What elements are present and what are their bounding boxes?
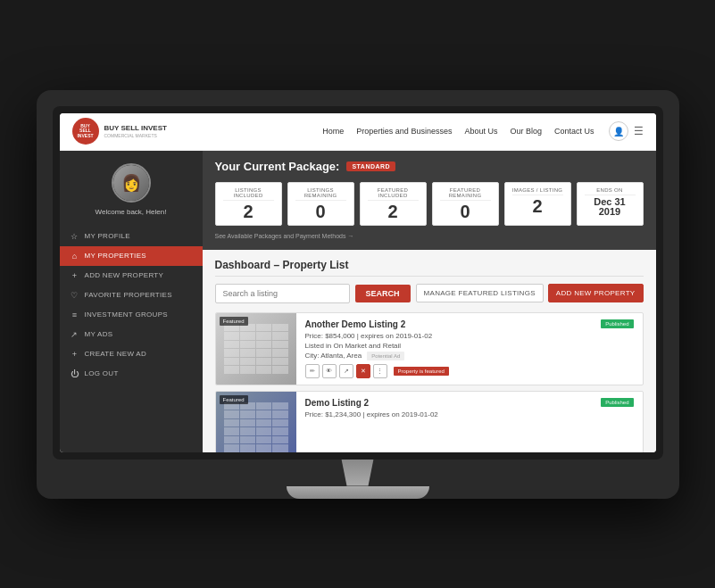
featured-badge-2: Featured bbox=[220, 395, 248, 404]
stat-value-0: 2 bbox=[223, 203, 274, 220]
stat-label-1: LISTINGS REMAINING bbox=[295, 187, 346, 201]
stand-base bbox=[287, 486, 429, 499]
action-buttons: MANAGE FEATURED LISTINGS ADD NEW PROPERT… bbox=[416, 284, 644, 302]
top-nav: BUY SELL INVEST BUY SELL INVEST COMMERCI… bbox=[60, 113, 656, 151]
stat-images: IMAGES / LISTING 2 bbox=[504, 182, 571, 226]
delete-icon-1[interactable]: ✕ bbox=[356, 364, 370, 378]
sidebar-label-profile: My Profile bbox=[85, 232, 130, 240]
stat-value-3: 0 bbox=[440, 203, 491, 220]
manage-featured-button[interactable]: MANAGE FEATURED LISTINGS bbox=[416, 284, 544, 302]
building-pattern-2 bbox=[224, 402, 288, 452]
sidebar-item-logout[interactable]: ⏻ Log Out bbox=[60, 364, 203, 384]
dashboard-section: Dashboard – Property List SEARCH MANAGE … bbox=[203, 250, 656, 452]
logo-icon: BUY SELL INVEST bbox=[72, 118, 99, 145]
stat-label-3: FEATURED REMAINING bbox=[440, 187, 491, 201]
nav-contact[interactable]: Contact Us bbox=[554, 127, 594, 136]
sidebar-item-favorites[interactable]: ♡ Favorite Properties bbox=[60, 286, 203, 305]
stat-value-4: 2 bbox=[512, 197, 563, 215]
stat-label-4: IMAGES / LISTING bbox=[512, 187, 563, 195]
stat-label-0: LISTINGS INCLUDED bbox=[223, 187, 274, 201]
nav-home[interactable]: Home bbox=[322, 127, 344, 136]
stat-value-1: 0 bbox=[295, 203, 346, 220]
property-actions-1: ✏ 👁 ↗ ✕ ⋮ Property is featured bbox=[305, 364, 634, 378]
property-card-2: Featured Demo Listing 2 Published Price:… bbox=[215, 391, 644, 452]
add-property-icon: + bbox=[71, 271, 79, 280]
investment-icon: ≡ bbox=[71, 311, 79, 319]
nav-blog[interactable]: Our Blog bbox=[510, 127, 542, 136]
package-section: Your Current Package: STANDARD LISTINGS … bbox=[203, 151, 656, 250]
hamburger-icon[interactable]: ☰ bbox=[634, 125, 644, 137]
user-avatar-icon[interactable]: 👤 bbox=[609, 121, 628, 141]
property-title-2[interactable]: Demo Listing 2 bbox=[305, 398, 370, 408]
nav-about[interactable]: About Us bbox=[464, 127, 497, 136]
properties-icon: ⌂ bbox=[71, 252, 79, 261]
stat-listings-remaining: LISTINGS REMAINING 0 bbox=[287, 182, 354, 226]
sidebar-label-investment: Investment Groups bbox=[85, 311, 168, 319]
nav-properties[interactable]: Properties and Businesses bbox=[356, 127, 452, 136]
sidebar-item-create-ad[interactable]: + Create New Ad bbox=[60, 344, 203, 364]
sidebar-item-ads[interactable]: ↗ My Ads bbox=[60, 325, 203, 344]
property-header-2: Demo Listing 2 Published bbox=[305, 398, 634, 408]
add-new-property-button[interactable]: ADD NEW PROPERTY bbox=[548, 284, 644, 302]
sidebar: 👩 Welcome back, Helen! ☆ My Profile ⌂ My… bbox=[60, 151, 203, 452]
city-text-1: City: Atlanta, Area bbox=[305, 352, 362, 360]
search-button[interactable]: SEARCH bbox=[355, 285, 411, 302]
sidebar-label-favorites: Favorite Properties bbox=[85, 291, 172, 299]
stat-label-2: FEATURED INCLUDED bbox=[368, 187, 419, 201]
logo-text: BUY SELL INVEST bbox=[104, 124, 167, 133]
sidebar-menu: ☆ My Profile ⌂ My Properties + Add New P… bbox=[60, 227, 203, 384]
logout-icon: ⏻ bbox=[71, 369, 79, 378]
stat-value-2: 2 bbox=[368, 203, 419, 220]
content-area: Your Current Package: STANDARD LISTINGS … bbox=[203, 151, 656, 452]
published-badge-2: Published bbox=[601, 398, 633, 407]
profile-icon: ☆ bbox=[71, 232, 79, 241]
property-price-1: Price: $854,000 | expires on 2019-01-02 bbox=[305, 332, 634, 340]
stat-listings-included: LISTINGS INCLUDED 2 bbox=[215, 182, 282, 226]
sidebar-label-ads: My Ads bbox=[85, 330, 113, 338]
sidebar-label-logout: Log Out bbox=[85, 369, 119, 377]
search-input[interactable] bbox=[215, 284, 350, 303]
stat-featured-remaining: FEATURED REMAINING 0 bbox=[432, 182, 499, 226]
package-badge: STANDARD bbox=[346, 161, 395, 171]
features-badge-1: Property is featured bbox=[394, 367, 449, 376]
edit-icon-1[interactable]: ✏ bbox=[305, 364, 320, 378]
property-image-1: Featured bbox=[216, 313, 296, 385]
property-header-1: Another Demo Listing 2 Published bbox=[305, 319, 634, 329]
see-packages-link[interactable]: See Available Packages and Payment Metho… bbox=[215, 233, 644, 239]
avatar-image: 👩 bbox=[113, 165, 149, 201]
sidebar-item-profile[interactable]: ☆ My Profile bbox=[60, 227, 203, 246]
favorites-icon: ♡ bbox=[71, 291, 79, 300]
property-image-2: Featured bbox=[216, 392, 296, 452]
published-badge-1: Published bbox=[601, 319, 633, 328]
sidebar-item-properties[interactable]: ⌂ My Properties bbox=[60, 246, 203, 266]
monitor-stand bbox=[53, 460, 663, 499]
main-layout: 👩 Welcome back, Helen! ☆ My Profile ⌂ My… bbox=[60, 151, 656, 452]
sidebar-label-add-property: Add New Property bbox=[85, 271, 164, 279]
building-pattern-1 bbox=[224, 324, 288, 374]
featured-badge-1: Featured bbox=[220, 317, 248, 326]
property-listed-1: Listed in On Market and Retail bbox=[305, 342, 634, 350]
stat-featured-included: FEATURED INCLUDED 2 bbox=[360, 182, 427, 226]
stats-grid: LISTINGS INCLUDED 2 LISTINGS REMAINING 0… bbox=[215, 182, 644, 226]
create-ad-icon: + bbox=[71, 350, 79, 359]
stat-label-5: ENDS ON bbox=[585, 187, 636, 195]
search-row: SEARCH MANAGE FEATURED LISTINGS ADD NEW … bbox=[215, 284, 644, 303]
property-price-2: Price: $1,234,300 | expires on 2019-01-0… bbox=[305, 410, 634, 418]
property-title-1[interactable]: Another Demo Listing 2 bbox=[305, 319, 406, 329]
sidebar-item-add-property[interactable]: + Add New Property bbox=[60, 266, 203, 286]
avatar: 👩 bbox=[112, 163, 151, 203]
share-icon-1[interactable]: ↗ bbox=[339, 364, 353, 378]
package-title: Your Current Package: STANDARD bbox=[215, 160, 644, 173]
stand-neck bbox=[331, 460, 385, 486]
dashboard-title: Dashboard – Property List bbox=[215, 259, 644, 277]
logo: BUY SELL INVEST BUY SELL INVEST COMMERCI… bbox=[72, 118, 167, 145]
property-info-1: Another Demo Listing 2 Published Price: … bbox=[296, 313, 643, 385]
eye-icon-1[interactable]: 👁 bbox=[322, 364, 337, 378]
ads-icon: ↗ bbox=[71, 330, 79, 339]
screen: BUY SELL INVEST BUY SELL INVEST COMMERCI… bbox=[60, 113, 656, 452]
sidebar-item-investment[interactable]: ≡ Investment Groups bbox=[60, 305, 203, 325]
logo-line3: INVEST bbox=[77, 134, 93, 139]
logo-subtext: COMMERCIAL MARKETS bbox=[104, 133, 167, 138]
stat-value-5: Dec 31 2019 bbox=[585, 197, 636, 217]
more-icon-1[interactable]: ⋮ bbox=[373, 364, 387, 378]
